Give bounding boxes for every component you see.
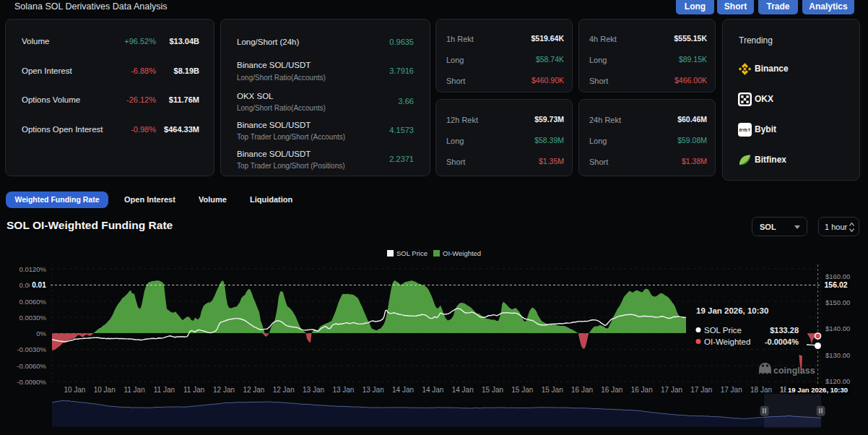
svg-text:16 Jan: 16 Jan — [631, 386, 653, 394]
svg-text:17 Jan: 17 Jan — [661, 386, 682, 394]
svg-text:18 Jan: 18 Jan — [750, 386, 772, 394]
svg-text:OI-Weighted: OI-Weighted — [704, 337, 750, 346]
svg-text:SOL Price: SOL Price — [704, 326, 742, 335]
svg-text:10 Jan: 10 Jan — [64, 386, 85, 394]
svg-text:19 Jan 2026, 10:30: 19 Jan 2026, 10:30 — [696, 306, 768, 315]
svg-text:13 Jan: 13 Jan — [303, 386, 324, 394]
svg-text:$160.00: $160.00 — [825, 272, 850, 280]
svg-text:17 Jan: 17 Jan — [721, 386, 742, 394]
svg-text:14 Jan: 14 Jan — [422, 386, 443, 394]
svg-text:$133.28: $133.28 — [770, 326, 799, 335]
svg-text:-0.0090%: -0.0090% — [17, 378, 46, 386]
svg-text:$140.00: $140.00 — [825, 324, 850, 332]
svg-text:BYB:T: BYB:T — [739, 128, 750, 132]
svg-text:12 Jan: 12 Jan — [243, 386, 264, 394]
svg-text:11 Jan: 11 Jan — [154, 386, 175, 394]
svg-text:13 Jan: 13 Jan — [363, 386, 384, 394]
svg-text:15 Jan: 15 Jan — [542, 386, 563, 394]
svg-text:156.02: 156.02 — [825, 280, 848, 289]
svg-text:0.0030%: 0.0030% — [19, 314, 46, 322]
svg-text:$120.00: $120.00 — [825, 377, 850, 385]
svg-text:coinglass: coinglass — [773, 366, 815, 376]
svg-text:-0.0060%: -0.0060% — [17, 362, 46, 370]
svg-text:SOL Price: SOL Price — [396, 249, 428, 257]
svg-text:11 Jan: 11 Jan — [183, 386, 204, 394]
svg-text:0.0120%: 0.0120% — [19, 265, 46, 273]
svg-text:17 Jan: 17 Jan — [690, 386, 712, 394]
svg-text:14 Jan: 14 Jan — [452, 386, 474, 394]
svg-text:11 Jan: 11 Jan — [123, 386, 144, 394]
svg-text:13 Jan: 13 Jan — [332, 386, 354, 394]
svg-text:$150.00: $150.00 — [825, 298, 850, 306]
svg-text:12 Jan: 12 Jan — [213, 386, 235, 394]
svg-text:-0.0030%: -0.0030% — [17, 345, 46, 353]
svg-text:15 Jan: 15 Jan — [511, 386, 533, 394]
svg-text:10 Jan: 10 Jan — [94, 386, 116, 394]
svg-text:-0.0004%: -0.0004% — [765, 337, 799, 346]
svg-text:0.01: 0.01 — [32, 281, 46, 289]
svg-text:14 Jan: 14 Jan — [392, 386, 414, 394]
svg-text:0%: 0% — [36, 330, 46, 337]
svg-text:15 Jan: 15 Jan — [482, 386, 503, 394]
svg-text:12 Jan: 12 Jan — [273, 386, 295, 394]
svg-text:$130.00: $130.00 — [825, 351, 850, 359]
svg-text:0.0060%: 0.0060% — [19, 298, 46, 306]
svg-text:19 Jan 2026, 10:30: 19 Jan 2026, 10:30 — [788, 386, 848, 394]
svg-text:16 Jan: 16 Jan — [601, 386, 622, 394]
svg-text:16 Jan: 16 Jan — [571, 386, 593, 394]
svg-text:OI-Weighted: OI-Weighted — [443, 249, 481, 257]
